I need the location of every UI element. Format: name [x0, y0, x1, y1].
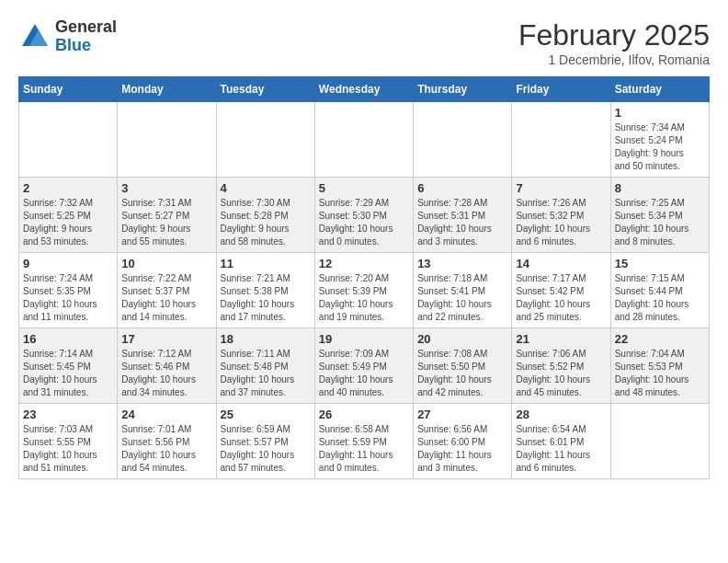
- calendar-cell: 2Sunrise: 7:32 AM Sunset: 5:25 PM Daylig…: [19, 178, 118, 253]
- logo-icon: [18, 20, 51, 53]
- week-row-1: 1Sunrise: 7:34 AM Sunset: 5:24 PM Daylig…: [19, 102, 710, 178]
- calendar-cell: [19, 102, 118, 178]
- calendar-cell: [512, 102, 610, 178]
- calendar-cell: 13Sunrise: 7:18 AM Sunset: 5:41 PM Dayli…: [414, 253, 512, 328]
- day-number: 7: [516, 181, 606, 195]
- day-info: Sunrise: 7:32 AM Sunset: 5:25 PM Dayligh…: [23, 197, 113, 248]
- weekday-header-friday: Friday: [512, 77, 610, 102]
- calendar-cell: 26Sunrise: 6:58 AM Sunset: 5:59 PM Dayli…: [314, 404, 413, 479]
- calendar-cell: 24Sunrise: 7:01 AM Sunset: 5:56 PM Dayli…: [118, 404, 216, 479]
- day-number: 3: [121, 181, 211, 195]
- calendar-cell: 15Sunrise: 7:15 AM Sunset: 5:44 PM Dayli…: [610, 253, 709, 328]
- calendar-cell: [216, 102, 314, 178]
- logo-general: General: [55, 18, 117, 37]
- calendar-cell: 27Sunrise: 6:56 AM Sunset: 6:00 PM Dayli…: [414, 404, 512, 479]
- week-row-5: 23Sunrise: 7:03 AM Sunset: 5:55 PM Dayli…: [19, 404, 710, 479]
- weekday-header-monday: Monday: [118, 77, 216, 102]
- day-info: Sunrise: 7:31 AM Sunset: 5:27 PM Dayligh…: [121, 197, 211, 248]
- month-title: February 2025: [518, 18, 710, 52]
- day-info: Sunrise: 6:59 AM Sunset: 5:57 PM Dayligh…: [221, 423, 311, 475]
- day-number: 9: [23, 257, 113, 270]
- day-info: Sunrise: 7:17 AM Sunset: 5:42 PM Dayligh…: [516, 272, 606, 324]
- weekday-header-sunday: Sunday: [19, 77, 118, 102]
- day-number: 22: [615, 332, 705, 346]
- calendar-cell: 1Sunrise: 7:34 AM Sunset: 5:24 PM Daylig…: [610, 102, 709, 178]
- day-info: Sunrise: 7:12 AM Sunset: 5:46 PM Dayligh…: [121, 348, 211, 399]
- day-number: 8: [615, 181, 705, 195]
- day-number: 20: [417, 332, 507, 346]
- day-info: Sunrise: 6:54 AM Sunset: 6:01 PM Dayligh…: [516, 423, 606, 475]
- calendar-cell: 17Sunrise: 7:12 AM Sunset: 5:46 PM Dayli…: [118, 328, 216, 404]
- day-number: 19: [319, 332, 409, 346]
- day-info: Sunrise: 7:21 AM Sunset: 5:38 PM Dayligh…: [221, 272, 311, 324]
- calendar-cell: 25Sunrise: 6:59 AM Sunset: 5:57 PM Dayli…: [216, 404, 314, 479]
- calendar-cell: 7Sunrise: 7:26 AM Sunset: 5:32 PM Daylig…: [512, 178, 610, 253]
- calendar-cell: 10Sunrise: 7:22 AM Sunset: 5:37 PM Dayli…: [118, 253, 216, 328]
- day-info: Sunrise: 7:26 AM Sunset: 5:32 PM Dayligh…: [516, 197, 606, 248]
- calendar-cell: [118, 102, 216, 178]
- day-info: Sunrise: 6:58 AM Sunset: 5:59 PM Dayligh…: [319, 423, 409, 475]
- day-info: Sunrise: 7:03 AM Sunset: 5:55 PM Dayligh…: [23, 423, 113, 475]
- day-info: Sunrise: 7:06 AM Sunset: 5:52 PM Dayligh…: [516, 348, 606, 399]
- calendar-cell: 21Sunrise: 7:06 AM Sunset: 5:52 PM Dayli…: [512, 328, 610, 404]
- logo-text: General Blue: [55, 18, 117, 55]
- calendar-cell: [610, 404, 709, 479]
- weekday-header-saturday: Saturday: [610, 77, 709, 102]
- week-row-3: 9Sunrise: 7:24 AM Sunset: 5:35 PM Daylig…: [19, 253, 710, 328]
- day-number: 18: [221, 332, 311, 346]
- day-number: 27: [417, 408, 507, 421]
- day-number: 10: [121, 257, 211, 270]
- day-number: 21: [516, 332, 606, 346]
- day-info: Sunrise: 7:30 AM Sunset: 5:28 PM Dayligh…: [221, 197, 311, 248]
- day-info: Sunrise: 7:34 AM Sunset: 5:24 PM Dayligh…: [615, 121, 705, 173]
- calendar-cell: 18Sunrise: 7:11 AM Sunset: 5:48 PM Dayli…: [216, 328, 314, 404]
- calendar-cell: 22Sunrise: 7:04 AM Sunset: 5:53 PM Dayli…: [610, 328, 709, 404]
- calendar-cell: 16Sunrise: 7:14 AM Sunset: 5:45 PM Dayli…: [19, 328, 118, 404]
- day-number: 4: [221, 181, 311, 195]
- day-number: 1: [615, 106, 705, 120]
- day-info: Sunrise: 7:04 AM Sunset: 5:53 PM Dayligh…: [615, 348, 705, 399]
- weekday-header-tuesday: Tuesday: [216, 77, 314, 102]
- calendar-cell: 8Sunrise: 7:25 AM Sunset: 5:34 PM Daylig…: [610, 178, 709, 253]
- calendar-cell: 11Sunrise: 7:21 AM Sunset: 5:38 PM Dayli…: [216, 253, 314, 328]
- day-info: Sunrise: 7:11 AM Sunset: 5:48 PM Dayligh…: [221, 348, 311, 399]
- calendar-cell: 5Sunrise: 7:29 AM Sunset: 5:30 PM Daylig…: [314, 178, 413, 253]
- day-info: Sunrise: 7:08 AM Sunset: 5:50 PM Dayligh…: [417, 348, 507, 399]
- logo-blue: Blue: [55, 37, 117, 55]
- day-number: 25: [221, 408, 311, 421]
- calendar-cell: 19Sunrise: 7:09 AM Sunset: 5:49 PM Dayli…: [314, 328, 413, 404]
- calendar-cell: 4Sunrise: 7:30 AM Sunset: 5:28 PM Daylig…: [216, 178, 314, 253]
- calendar-cell: 28Sunrise: 6:54 AM Sunset: 6:01 PM Dayli…: [512, 404, 610, 479]
- day-number: 12: [319, 257, 409, 270]
- day-number: 2: [23, 181, 113, 195]
- day-info: Sunrise: 7:15 AM Sunset: 5:44 PM Dayligh…: [615, 272, 705, 324]
- calendar-cell: 20Sunrise: 7:08 AM Sunset: 5:50 PM Dayli…: [414, 328, 512, 404]
- day-info: Sunrise: 7:22 AM Sunset: 5:37 PM Dayligh…: [121, 272, 211, 324]
- day-number: 5: [319, 181, 409, 195]
- day-number: 14: [516, 257, 606, 270]
- day-number: 26: [319, 408, 409, 421]
- logo: General Blue: [18, 18, 117, 55]
- day-number: 6: [417, 181, 507, 195]
- weekday-header-wednesday: Wednesday: [314, 77, 413, 102]
- day-number: 17: [121, 332, 211, 346]
- day-info: Sunrise: 7:09 AM Sunset: 5:49 PM Dayligh…: [319, 348, 409, 399]
- title-area: February 2025 1 Decembrie, Ilfov, Romani…: [518, 18, 710, 67]
- week-row-2: 2Sunrise: 7:32 AM Sunset: 5:25 PM Daylig…: [19, 178, 710, 253]
- calendar-cell: [414, 102, 512, 178]
- calendar-cell: [314, 102, 413, 178]
- day-number: 13: [417, 257, 507, 270]
- calendar: SundayMondayTuesdayWednesdayThursdayFrid…: [18, 76, 710, 479]
- day-info: Sunrise: 7:20 AM Sunset: 5:39 PM Dayligh…: [319, 272, 409, 324]
- calendar-cell: 23Sunrise: 7:03 AM Sunset: 5:55 PM Dayli…: [19, 404, 118, 479]
- weekday-header-row: SundayMondayTuesdayWednesdayThursdayFrid…: [19, 77, 710, 102]
- day-info: Sunrise: 7:01 AM Sunset: 5:56 PM Dayligh…: [121, 423, 211, 475]
- day-info: Sunrise: 6:56 AM Sunset: 6:00 PM Dayligh…: [417, 423, 507, 475]
- week-row-4: 16Sunrise: 7:14 AM Sunset: 5:45 PM Dayli…: [19, 328, 710, 404]
- day-info: Sunrise: 7:14 AM Sunset: 5:45 PM Dayligh…: [23, 348, 113, 399]
- weekday-header-thursday: Thursday: [414, 77, 512, 102]
- day-info: Sunrise: 7:29 AM Sunset: 5:30 PM Dayligh…: [319, 197, 409, 248]
- day-number: 15: [615, 257, 705, 270]
- calendar-cell: 14Sunrise: 7:17 AM Sunset: 5:42 PM Dayli…: [512, 253, 610, 328]
- day-info: Sunrise: 7:25 AM Sunset: 5:34 PM Dayligh…: [615, 197, 705, 248]
